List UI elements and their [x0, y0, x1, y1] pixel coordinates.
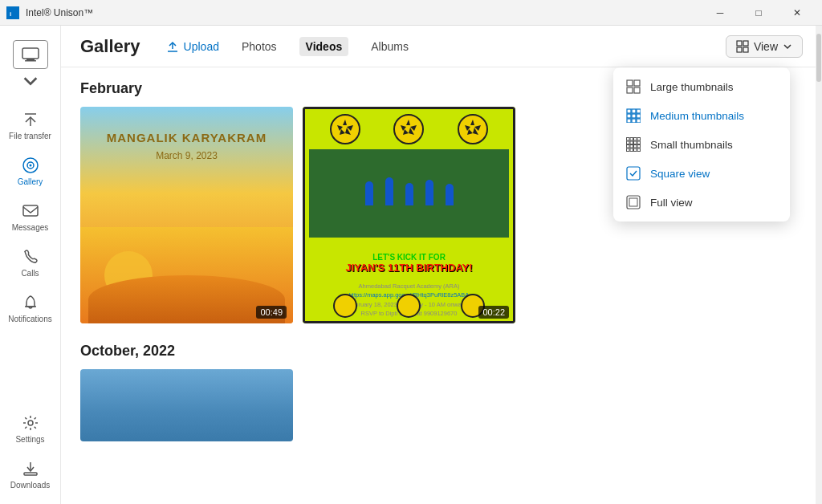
svg-point-12 — [28, 421, 33, 425]
svg-rect-61 — [630, 148, 633, 152]
sidebar-item-notifications[interactable]: Notifications — [3, 287, 58, 330]
sidebar-item-label-gallery: Gallery — [18, 177, 43, 186]
chevron-down-icon — [783, 42, 792, 51]
view-button[interactable]: View — [726, 35, 803, 58]
svg-rect-65 — [627, 196, 640, 209]
minimize-button[interactable]: ─ — [702, 0, 739, 26]
svg-rect-16 — [737, 41, 742, 46]
svg-marker-28 — [403, 129, 409, 135]
svg-rect-48 — [627, 138, 630, 141]
dropdown-item-small[interactable]: Small thumbnails — [613, 130, 790, 159]
dropdown-item-large[interactable]: Large thumbnails — [613, 72, 790, 101]
svg-rect-51 — [637, 138, 641, 141]
upload-icon — [166, 40, 179, 53]
svg-rect-4 — [25, 60, 36, 62]
svg-marker-29 — [401, 125, 406, 131]
maximize-button[interactable]: □ — [740, 0, 777, 26]
svg-rect-53 — [630, 141, 633, 144]
thumb-mangalik[interactable]: MANGALIK KARYAKRAM March 9, 2023 00:49 — [80, 107, 293, 323]
tab-photos[interactable]: Photos — [235, 37, 283, 56]
svg-rect-3 — [26, 59, 35, 60]
svg-rect-44 — [637, 114, 641, 118]
svg-rect-56 — [627, 145, 630, 148]
sidebar-item-label-settings: Settings — [15, 435, 44, 444]
thumb-duration-mangalik: 00:49 — [256, 306, 287, 319]
svg-rect-46 — [632, 119, 636, 123]
sidebar-item-device[interactable] — [3, 34, 58, 96]
sidebar-item-downloads[interactable]: Downloads — [3, 453, 58, 496]
sidebar-item-calls[interactable]: Calls — [3, 242, 58, 284]
square-view-icon — [626, 166, 641, 181]
svg-rect-52 — [627, 141, 630, 144]
close-button[interactable]: ✕ — [779, 0, 816, 26]
tab-videos[interactable]: Videos — [299, 37, 349, 56]
device-icon — [13, 40, 48, 69]
svg-rect-57 — [630, 145, 633, 148]
svg-rect-19 — [743, 47, 748, 52]
svg-rect-39 — [627, 109, 631, 113]
svg-rect-47 — [637, 119, 641, 123]
dropdown-item-medium[interactable]: Medium thumbnails — [613, 101, 790, 130]
mangalik-title: MANGALIK KARYAKRAM — [80, 131, 293, 144]
file-transfer-icon — [22, 111, 39, 128]
app-body: File transfer Gallery Messages Calls — [0, 26, 822, 504]
dropdown-item-full[interactable]: Full view — [613, 188, 790, 217]
main-content: Gallery Upload Photos Videos Albums — [61, 26, 822, 504]
upload-button[interactable]: Upload — [166, 40, 219, 53]
svg-rect-54 — [634, 141, 637, 144]
svg-marker-20 — [343, 120, 347, 125]
page-title: Gallery — [80, 36, 140, 57]
large-thumbnails-label: Large thumbnails — [650, 81, 734, 93]
sidebar-item-settings[interactable]: Settings — [3, 408, 58, 450]
medium-thumbnails-label: Medium thumbnails — [650, 110, 744, 122]
svg-rect-2 — [22, 48, 39, 59]
sidebar-item-messages[interactable]: Messages — [3, 196, 58, 238]
intel-logo: i — [6, 6, 19, 19]
svg-rect-50 — [634, 138, 637, 141]
svg-rect-55 — [637, 141, 641, 144]
svg-rect-45 — [627, 119, 631, 123]
chevron-down-icon — [22, 72, 39, 90]
thumb-birthday[interactable]: LET'S KICK IT FOR JIYAN'S 11TH BIRTHDAY!… — [303, 107, 515, 323]
scroll-track[interactable] — [816, 26, 822, 504]
svg-rect-41 — [637, 109, 641, 113]
square-view-label: Square view — [650, 168, 710, 180]
messages-icon — [22, 202, 39, 220]
gallery-section-october: October, 2022 — [80, 343, 803, 441]
full-view-icon — [626, 195, 641, 209]
grid-icon — [736, 40, 749, 53]
svg-rect-43 — [632, 114, 636, 118]
svg-rect-49 — [630, 138, 633, 141]
full-view-label: Full view — [650, 197, 693, 209]
thumb-duration-birthday: 00:22 — [478, 306, 509, 319]
svg-rect-66 — [629, 198, 637, 206]
svg-rect-35 — [627, 80, 633, 86]
svg-rect-64 — [627, 167, 640, 180]
birthday-title: JIYAN'S 11TH BIRTHDAY! — [305, 262, 513, 274]
titlebar-left: i Intel® Unison™ — [6, 6, 93, 19]
birthday-detail1: Ahmedabad Racquet Academy (ARA) — [308, 282, 510, 291]
svg-rect-60 — [627, 148, 630, 152]
tab-albums[interactable]: Albums — [364, 37, 415, 56]
window-controls: ─ □ ✕ — [702, 0, 816, 26]
svg-marker-24 — [337, 125, 343, 131]
svg-rect-38 — [634, 87, 640, 93]
sidebar-item-label-file-transfer: File transfer — [9, 132, 51, 140]
dropdown-item-square[interactable]: Square view — [613, 159, 790, 188]
svg-marker-33 — [467, 129, 473, 135]
gallery-icon — [22, 156, 39, 174]
svg-point-9 — [29, 165, 31, 167]
sidebar-item-file-transfer[interactable]: File transfer — [3, 104, 58, 147]
sidebar-item-label-calls: Calls — [21, 269, 39, 278]
svg-rect-62 — [634, 148, 637, 152]
upload-label: Upload — [184, 40, 219, 53]
svg-text:i: i — [10, 10, 11, 18]
thumb-october-sky[interactable] — [80, 369, 293, 441]
titlebar: i Intel® Unison™ ─ □ ✕ — [0, 0, 822, 26]
sidebar-item-label-downloads: Downloads — [10, 481, 50, 490]
svg-rect-42 — [627, 114, 631, 118]
scroll-thumb — [816, 34, 821, 82]
svg-rect-17 — [743, 41, 748, 46]
svg-marker-25 — [406, 120, 410, 125]
sidebar-item-gallery[interactable]: Gallery — [3, 150, 58, 193]
